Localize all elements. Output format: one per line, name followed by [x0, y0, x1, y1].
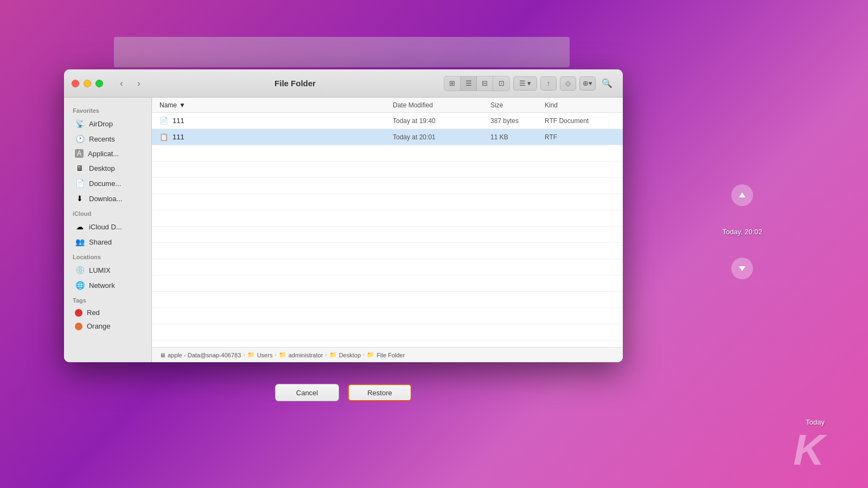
file-row-1[interactable]: 📄 111 Today at 19:40 387 bytes RTF Docum… — [152, 113, 623, 129]
empty-row-1 — [152, 145, 623, 162]
sidebar-item-lumix[interactable]: 💿 LUMIX — [66, 262, 149, 278]
toolbar: ⊞ ☰ ⊟ ⊡ ☰ ▾ ↑ ◇ ⊕▾ 🔍 — [444, 76, 615, 91]
sidebar-label-network: Network — [89, 281, 115, 290]
breadcrumb-users-label: Users — [257, 352, 273, 358]
sidebar-item-tag-orange[interactable]: Orange — [66, 319, 149, 333]
bottom-right-decoration: Today K — [793, 418, 825, 472]
sidebar-label-lumix: LUMIX — [89, 266, 111, 274]
file-icon-2: 📋 — [159, 133, 168, 142]
file-date-1: Today at 19:40 — [393, 117, 490, 125]
breadcrumb-machine-label: apple - Data@snap-406783 — [168, 352, 241, 358]
breadcrumb-filefolder-label: File Folder — [376, 352, 405, 358]
sidebar-label-tag-red: Red — [87, 309, 100, 317]
close-button[interactable] — [72, 80, 79, 87]
minimize-button[interactable] — [84, 80, 91, 87]
breadcrumb-item-administrator: 📁 administrator — [279, 351, 323, 358]
more-button[interactable]: ⊕▾ — [579, 76, 596, 91]
sidebar-item-tag-red[interactable]: Red — [66, 306, 149, 319]
breadcrumb-bar: 🖥 apple - Data@snap-406783 › 📁 Users › 📁… — [152, 347, 623, 362]
sidebar-label-documents: Docume... — [89, 179, 121, 188]
col-size-header[interactable]: Size — [490, 101, 545, 109]
icloud-drive-icon: ☁ — [75, 222, 85, 232]
breadcrumb-desktop-label: Desktop — [339, 352, 361, 358]
breadcrumb-item-users: 📁 Users — [247, 351, 273, 358]
sidebar-item-recents[interactable]: 🕐 Recents — [66, 131, 149, 146]
empty-row-5 — [152, 210, 623, 227]
file-row-2[interactable]: 📋 111 Today at 20:01 11 KB RTF — [152, 129, 623, 145]
group-button[interactable]: ☰ ▾ — [513, 76, 537, 91]
empty-row-11 — [152, 308, 623, 324]
deco-today-label: Today — [806, 418, 825, 426]
empty-row-8 — [152, 259, 623, 275]
column-view-button[interactable]: ⊟ — [477, 76, 493, 91]
sidebar-item-desktop[interactable]: 🖥 Desktop — [66, 160, 149, 176]
search-button[interactable]: 🔍 — [599, 76, 615, 91]
breadcrumb-sep-1: › — [243, 352, 245, 358]
sidebar-label-icloud-drive: iCloud D... — [89, 223, 122, 231]
favorites-label: Favorites — [64, 103, 151, 116]
maximize-button[interactable] — [95, 80, 103, 87]
sidebar-item-shared[interactable]: 👥 Shared — [66, 234, 149, 249]
title-bar: ‹ › File Folder ⊞ ☰ ⊟ ⊡ ☰ ▾ ↑ ◇ ⊕▾ 🔍 — [64, 69, 623, 98]
airdrop-icon: 📡 — [75, 119, 85, 129]
view-toggle-group: ⊞ ☰ ⊟ ⊡ — [444, 76, 510, 91]
col-date-header[interactable]: Date Modified — [393, 101, 490, 109]
tm-timestamp: Today, 20:02 — [723, 228, 762, 236]
breadcrumb-folder-icon-4: 📁 — [367, 351, 374, 358]
icloud-label: iCloud — [64, 206, 151, 219]
file-date-2: Today at 20:01 — [393, 133, 490, 141]
sidebar-label-downloads: Downloa... — [89, 195, 122, 203]
shared-icon: 👥 — [75, 237, 85, 247]
sidebar-item-icloud-drive[interactable]: ☁ iCloud D... — [66, 219, 149, 234]
deco-k-letter: K — [793, 428, 825, 472]
sidebar-item-applications[interactable]: A Applicat... — [66, 146, 149, 160]
sidebar-label-airdrop: AirDrop — [89, 120, 113, 128]
breadcrumb-sep-2: › — [275, 352, 276, 358]
breadcrumb-item-desktop: 📁 Desktop — [329, 351, 361, 358]
bottom-buttons: Cancel Restore — [64, 384, 623, 401]
tag-button[interactable]: ◇ — [560, 76, 576, 91]
empty-row-6 — [152, 227, 623, 243]
main-content: Favorites 📡 AirDrop 🕐 Recents A Applicat… — [64, 98, 623, 362]
share-button[interactable]: ↑ — [540, 76, 557, 91]
empty-row-9 — [152, 275, 623, 292]
file-icon-1: 📄 — [159, 117, 168, 125]
breadcrumb-item-machine: 🖥 apple - Data@snap-406783 — [159, 352, 241, 358]
empty-row-3 — [152, 178, 623, 194]
tm-up-arrow[interactable] — [731, 184, 753, 206]
forward-button[interactable]: › — [131, 76, 146, 91]
breadcrumb-admin-label: administrator — [289, 352, 323, 358]
network-icon: 🌐 — [75, 280, 85, 290]
col-name-header[interactable]: Name ▼ — [159, 101, 393, 109]
file-name-1: 📄 111 — [159, 117, 393, 125]
sidebar-item-airdrop[interactable]: 📡 AirDrop — [66, 116, 149, 131]
sidebar-label-tag-orange: Orange — [87, 322, 110, 330]
empty-row-2 — [152, 162, 623, 178]
breadcrumb-folder-icon-3: 📁 — [329, 351, 337, 358]
list-view-button[interactable]: ☰ — [461, 76, 477, 91]
sidebar: Favorites 📡 AirDrop 🕐 Recents A Applicat… — [64, 98, 152, 362]
file-kind-2: RTF — [545, 133, 615, 141]
restore-button[interactable]: Restore — [348, 384, 412, 401]
tag-orange-dot — [75, 323, 82, 330]
sidebar-label-shared: Shared — [89, 238, 112, 246]
col-kind-header[interactable]: Kind — [545, 101, 615, 109]
recents-icon: 🕐 — [75, 134, 85, 144]
nav-buttons: ‹ › — [114, 76, 146, 91]
sidebar-item-documents[interactable]: 📄 Docume... — [66, 176, 149, 191]
empty-row-7 — [152, 243, 623, 259]
sidebar-item-downloads[interactable]: ⬇ Downloa... — [66, 191, 149, 206]
desktop-icon: 🖥 — [75, 163, 85, 173]
sidebar-item-network[interactable]: 🌐 Network — [66, 278, 149, 293]
sidebar-label-recents: Recents — [89, 135, 115, 143]
empty-row-4 — [152, 194, 623, 210]
tag-red-dot — [75, 309, 82, 317]
breadcrumb-folder-icon-1: 📁 — [247, 351, 255, 358]
tm-down-arrow[interactable] — [731, 258, 753, 279]
column-headers: Name ▼ Date Modified Size Kind — [152, 98, 623, 113]
cancel-button[interactable]: Cancel — [275, 384, 339, 401]
downloads-icon: ⬇ — [75, 194, 85, 203]
gallery-view-button[interactable]: ⊡ — [493, 76, 509, 91]
back-button[interactable]: ‹ — [114, 76, 129, 91]
icon-view-button[interactable]: ⊞ — [444, 76, 461, 91]
